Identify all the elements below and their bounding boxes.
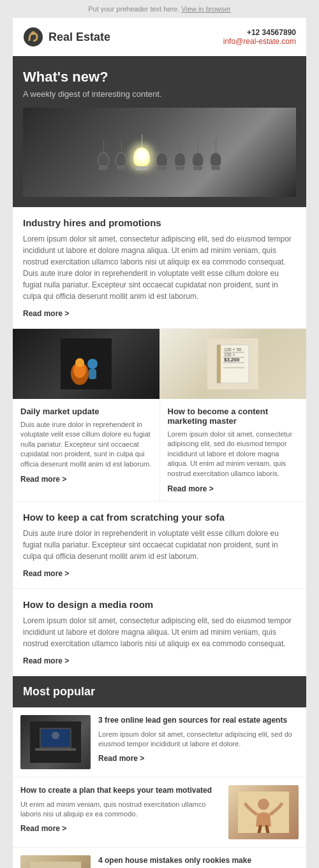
bulb-6 [192, 140, 204, 170]
article-3-title: How to become a content marketing master [168, 407, 299, 426]
popular-item-1-title: 3 free online lead gen sources for real … [98, 715, 299, 726]
bulb-wire [198, 140, 198, 152]
svg-point-6 [87, 359, 98, 369]
bulb-glass [156, 152, 168, 166]
svg-text:$3,200: $3,200 [224, 357, 240, 363]
popular-item-1-body: Lorem ipsum dolor sit amet, consectetur … [98, 730, 299, 749]
article-section-5: How to design a media room Lorem ipsum d… [13, 589, 306, 676]
svg-line-26 [267, 827, 268, 833]
logo-text: Real Estate [48, 31, 110, 44]
bulb-wire [121, 140, 122, 152]
svg-rect-7 [89, 369, 96, 379]
bulb-glass [115, 152, 127, 166]
popular-item-2-read-more[interactable]: Read more > [20, 824, 66, 833]
popular-item-1: 3 free online lead gen sources for real … [13, 707, 306, 778]
article-4-title: How to keep a cat from scratching your s… [23, 512, 296, 523]
popular-item-1-content: 3 free online lead gen sources for real … [98, 715, 299, 769]
svg-point-0 [24, 27, 43, 47]
article-section-2: Daily market update Duis aute irure dolo… [13, 399, 160, 501]
svg-point-24 [258, 799, 269, 810]
article-3-body: Lorem ipsum dolor sit amet, consectetur … [168, 430, 299, 479]
bulb-base [158, 166, 167, 170]
bulb-wire [162, 140, 163, 152]
article-5-body: Lorem ipsum dolor sit amet, consectetur … [23, 615, 296, 649]
svg-point-22 [52, 732, 59, 739]
svg-text:150 =: 150 = [224, 352, 235, 357]
hero-section: What's new? A weekly digest of interesti… [13, 56, 306, 207]
article-4-body: Duis aute irure dolor in reprehenderit i… [23, 528, 296, 562]
bulb-3-lit [133, 134, 150, 170]
popular-item-1-image [20, 715, 91, 769]
bulb-2 [115, 140, 127, 170]
article-section-3: How to become a content marketing master… [160, 399, 307, 501]
two-col-articles: Daily market update Duis aute irure dolo… [13, 399, 306, 502]
logo-icon [23, 27, 43, 47]
bulb-base-lit [135, 166, 148, 170]
view-in-browser-link[interactable]: View in browser [181, 5, 230, 13]
article-2-image [13, 329, 160, 399]
lightbulbs-illustration [91, 134, 228, 170]
article-1-body: Lorem ipsum dolor sit amet, consectetur … [23, 233, 296, 302]
header-contact: +12 34567890 info@real-estate.com [223, 28, 296, 46]
bulb-4 [156, 140, 168, 170]
bulb-glass [174, 152, 186, 166]
question-illustration [61, 338, 112, 389]
svg-point-5 [75, 358, 84, 367]
popular-item-3: 4 open house mistakes only rookies make … [13, 848, 306, 868]
popular-item-1-read-more[interactable]: Read more > [98, 754, 144, 763]
svg-point-1 [31, 31, 35, 35]
article-5-read-more[interactable]: Read more > [23, 656, 69, 665]
bulb-base [193, 166, 202, 170]
shoes-illustration [30, 862, 81, 868]
article-4-read-more[interactable]: Read more > [23, 569, 69, 578]
header-phone: +12 34567890 [223, 28, 296, 37]
email-wrapper: Put your preheader text here. View in br… [0, 0, 319, 868]
two-col-images: 100 + 50 150 = $3,200 [13, 329, 306, 399]
bulb-glass-lit [133, 147, 150, 166]
bulb-base [211, 166, 220, 170]
logo-area: Real Estate [23, 27, 110, 47]
bulb-base [99, 166, 108, 170]
svg-rect-27 [30, 862, 81, 868]
article-5-title: How to design a media room [23, 599, 296, 610]
bulb-1 [98, 140, 109, 170]
article-3-read-more[interactable]: Read more > [168, 484, 214, 493]
bulb-glass [192, 152, 204, 166]
email-container: Real Estate +12 34567890 info@real-estat… [13, 18, 306, 868]
header-email[interactable]: info@real-estate.com [223, 37, 296, 46]
popular-item-2-content: How to create a plan that keeps your tea… [20, 785, 221, 839]
popular-item-2-image [228, 785, 299, 839]
bulb-wire [216, 140, 216, 152]
email-header: Real Estate +12 34567890 info@real-estat… [13, 18, 306, 56]
popular-item-3-image [20, 855, 91, 868]
bulb-wire-lit [142, 134, 142, 147]
bulb-base [175, 166, 184, 170]
svg-rect-2 [61, 338, 112, 389]
popular-item-2-title: How to create a plan that keeps your tea… [20, 785, 221, 796]
bulb-wire [180, 140, 181, 152]
svg-line-25 [259, 827, 260, 833]
bulb-wire [103, 140, 104, 152]
popular-item-2-body: Ut enim ad minim veniam, quis nostrud ex… [20, 800, 221, 820]
bulb-5 [174, 140, 186, 170]
article-1-title: Industry hires and promotions [23, 217, 296, 228]
svg-text:100 + 50: 100 + 50 [224, 347, 242, 352]
svg-rect-10 [217, 345, 221, 383]
bulb-base [117, 166, 126, 170]
article-section-4: How to keep a cat from scratching your s… [13, 502, 306, 589]
hero-subtitle: A weekly digest of interesting content. [23, 89, 296, 99]
article-2-title: Daily market update [20, 407, 152, 416]
most-popular-header: Most popular [13, 676, 306, 707]
hero-image [23, 108, 296, 197]
preheader-text: Put your preheader text here. [88, 5, 179, 13]
article-1-read-more[interactable]: Read more > [23, 309, 69, 318]
bulb-7 [210, 140, 221, 170]
hero-title: What's new? [23, 69, 296, 85]
article-section-1: Industry hires and promotions Lorem ipsu… [13, 207, 306, 329]
popular-item-3-title: 4 open house mistakes only rookies make [98, 855, 299, 866]
article-2-read-more[interactable]: Read more > [20, 475, 66, 484]
most-popular-title: Most popular [23, 685, 296, 698]
svg-rect-21 [35, 748, 76, 751]
laptop-illustration [30, 721, 81, 763]
person-celebration-illustration [238, 792, 289, 833]
